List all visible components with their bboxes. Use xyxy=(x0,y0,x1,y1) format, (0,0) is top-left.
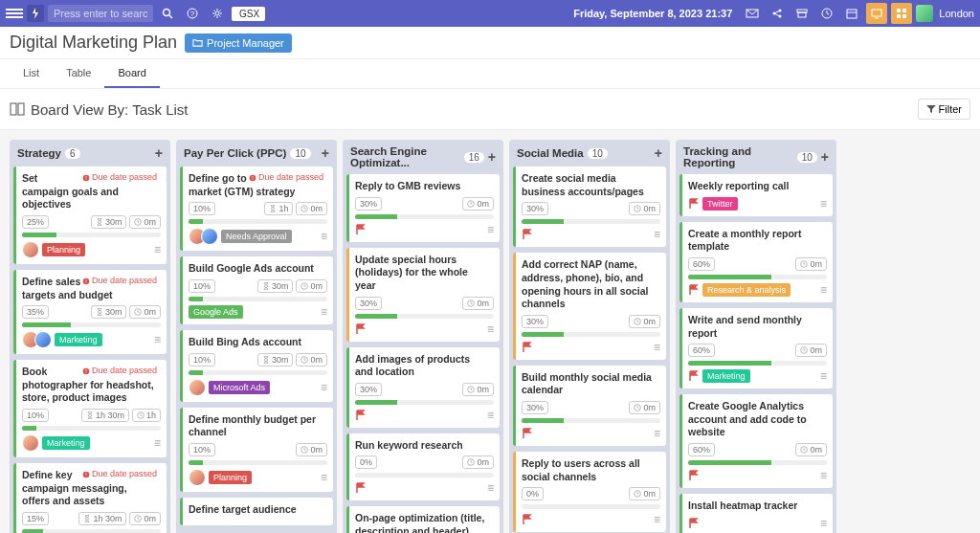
gsx-badge[interactable]: GSX xyxy=(232,7,265,21)
add-card-button[interactable]: + xyxy=(322,145,329,161)
clock-icon[interactable] xyxy=(816,3,837,24)
grid-icon[interactable] xyxy=(891,3,912,24)
card-percent: 10% xyxy=(22,409,49,422)
card-percent: 10% xyxy=(189,279,215,293)
svg-rect-14 xyxy=(847,10,857,18)
task-card[interactable]: !Due date passedDefine go to market (GTM… xyxy=(180,167,333,251)
task-card[interactable]: Reply to GMB reviews 30%0m≡ xyxy=(346,174,500,242)
tab-board[interactable]: Board xyxy=(104,59,159,88)
search-input[interactable] xyxy=(48,5,153,22)
card-menu-icon[interactable]: ≡ xyxy=(820,197,827,211)
avatar[interactable] xyxy=(189,379,206,396)
card-spent: 0m xyxy=(296,279,327,293)
card-title: On-page optimization (title, description… xyxy=(355,512,494,533)
card-menu-icon[interactable]: ≡ xyxy=(154,243,161,256)
card-menu-icon[interactable]: ≡ xyxy=(487,322,494,336)
location-label: London xyxy=(939,8,974,19)
card-menu-icon[interactable]: ≡ xyxy=(820,283,827,297)
card-estimate: 30m xyxy=(91,305,127,319)
add-card-button[interactable]: + xyxy=(655,145,662,161)
task-card[interactable]: !Due date passedBook photographer for he… xyxy=(13,360,167,457)
task-card[interactable]: Create Google Analytics account and add … xyxy=(679,394,833,488)
add-card-button[interactable]: + xyxy=(155,145,163,161)
card-menu-icon[interactable]: ≡ xyxy=(487,223,494,236)
card-menu-icon[interactable]: ≡ xyxy=(487,481,494,495)
svg-text:!: ! xyxy=(252,175,253,181)
card-menu-icon[interactable]: ≡ xyxy=(321,471,327,484)
avatar[interactable] xyxy=(22,434,39,452)
card-menu-icon[interactable]: ≡ xyxy=(654,341,660,354)
gear-icon[interactable] xyxy=(207,3,228,24)
card-title: Reply to GMB reviews xyxy=(355,180,494,193)
card-menu-icon[interactable]: ≡ xyxy=(654,228,660,241)
task-card[interactable]: Write and send monthly report 60%0mMarke… xyxy=(679,308,833,389)
card-menu-icon[interactable]: ≡ xyxy=(654,513,660,526)
task-card[interactable]: Weekly reporting call Twitter≡ xyxy=(679,174,833,216)
monitor-icon[interactable] xyxy=(866,3,887,24)
card-percent: 60% xyxy=(688,257,715,271)
task-card[interactable]: Build Bing Ads account 10%30m0mMicrosoft… xyxy=(180,330,333,402)
bolt-icon[interactable] xyxy=(27,5,44,22)
card-estimate: 1h 30m xyxy=(81,409,129,422)
add-card-button[interactable]: + xyxy=(488,149,496,165)
card-spent: 0m xyxy=(629,487,660,500)
task-card[interactable]: Run keyword research 0%0m≡ xyxy=(346,433,500,501)
task-card[interactable]: Define monthly budget per channel 10%0mP… xyxy=(180,408,333,492)
card-menu-icon[interactable]: ≡ xyxy=(820,517,827,530)
tab-list[interactable]: List xyxy=(10,59,53,88)
share-icon[interactable] xyxy=(767,3,788,24)
column-header: Tracking and Reporting 10 + xyxy=(676,140,836,174)
task-card[interactable]: Define target audience xyxy=(180,498,333,526)
page-title: Digital Marketing Plan xyxy=(10,33,177,53)
task-card[interactable]: Install heatmap tracker ≡ xyxy=(679,494,833,533)
card-title: Weekly reporting call xyxy=(688,180,827,193)
card-menu-icon[interactable]: ≡ xyxy=(321,230,327,243)
add-card-button[interactable]: + xyxy=(821,149,829,165)
calendar-icon[interactable] xyxy=(841,3,862,24)
gsx-label: GSX xyxy=(239,9,259,19)
svg-text:!: ! xyxy=(85,175,86,181)
mail-icon[interactable] xyxy=(742,3,763,24)
task-card[interactable]: Build Google Ads account 10%30m0mGoogle … xyxy=(180,256,333,324)
card-menu-icon[interactable]: ≡ xyxy=(654,427,660,440)
task-card[interactable]: Create a monthly report template 60%0mRe… xyxy=(679,222,833,302)
task-card[interactable]: Update special hours (holidays) for the … xyxy=(346,248,500,342)
filter-button[interactable]: Filter xyxy=(918,99,970,120)
task-card[interactable]: !Due date passedDefine key campaign mess… xyxy=(13,463,167,533)
task-card[interactable]: Build monthly social media calendar 30%0… xyxy=(513,366,666,446)
task-card[interactable]: On-page optimization (title, description… xyxy=(346,506,500,533)
card-menu-icon[interactable]: ≡ xyxy=(154,436,161,450)
user-avatar[interactable] xyxy=(916,5,933,22)
tab-table[interactable]: Table xyxy=(53,59,104,88)
task-card[interactable]: !Due date passedSet campaign goals and o… xyxy=(13,167,167,264)
card-menu-icon[interactable]: ≡ xyxy=(154,333,161,346)
card-menu-icon[interactable]: ≡ xyxy=(820,369,827,383)
avatar[interactable] xyxy=(201,228,218,245)
card-percent: 30% xyxy=(355,383,382,396)
view-tabs: List Table Board xyxy=(0,58,980,89)
card-title: !Due date passedBook photographer for he… xyxy=(22,366,161,405)
card-percent: 35% xyxy=(22,305,49,319)
avatar[interactable] xyxy=(34,331,52,348)
card-menu-icon[interactable]: ≡ xyxy=(321,381,327,394)
task-card[interactable]: Add images of products and location 30%0… xyxy=(346,347,500,428)
help-icon[interactable]: ? xyxy=(182,3,203,24)
card-menu-icon[interactable]: ≡ xyxy=(820,469,827,482)
card-percent: 25% xyxy=(22,215,49,229)
due-date-passed: !Due date passed xyxy=(82,172,157,184)
card-tag: Marketing xyxy=(702,369,750,383)
task-card[interactable]: Reply to users across all social channel… xyxy=(513,452,666,532)
page-header: Digital Marketing Plan Project Manager xyxy=(0,27,980,58)
task-card[interactable]: !Due date passedDefine sales targets and… xyxy=(13,270,167,354)
avatar[interactable] xyxy=(22,241,39,258)
card-menu-icon[interactable]: ≡ xyxy=(321,305,327,319)
search-icon[interactable] xyxy=(157,3,178,24)
archive-icon[interactable] xyxy=(791,3,813,24)
menu-toggle[interactable] xyxy=(6,5,23,22)
project-manager-badge[interactable]: Project Manager xyxy=(185,33,292,53)
card-menu-icon[interactable]: ≡ xyxy=(487,409,494,422)
task-card[interactable]: Add correct NAP (name, address, phone), … xyxy=(513,253,666,360)
avatar[interactable] xyxy=(189,469,206,486)
svg-line-9 xyxy=(775,11,779,13)
task-card[interactable]: Create social media business accounts/pa… xyxy=(513,167,666,247)
